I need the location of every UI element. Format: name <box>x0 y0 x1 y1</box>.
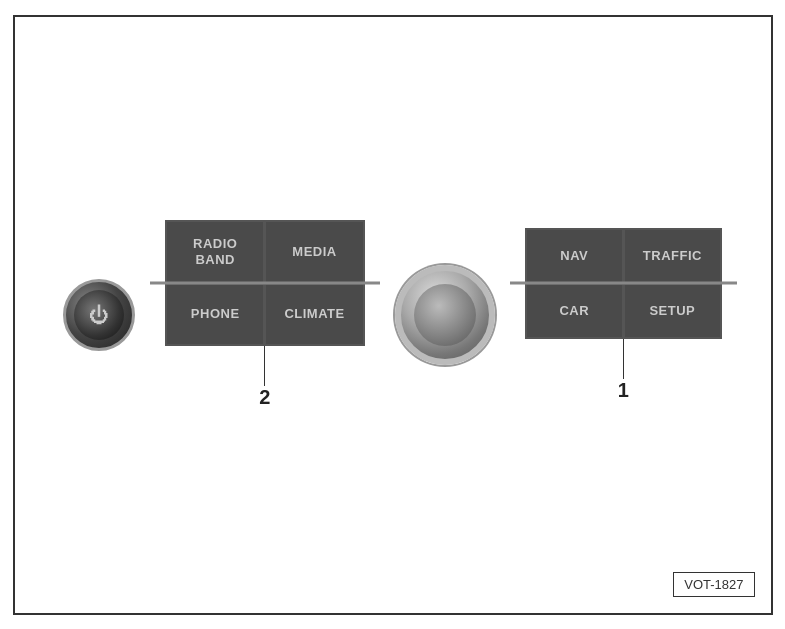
left-callout: 2 <box>259 346 270 409</box>
right-panel-line <box>510 282 737 285</box>
right-callout-number: 1 <box>618 379 629 402</box>
outer-border: ⏻ RADIOBAND MEDIA PHONE CLIMATE 2 <box>13 15 773 615</box>
right-callout: 1 <box>618 339 629 402</box>
right-panel-wrapper: NAV TRAFFIC CAR SETUP <box>525 228 722 339</box>
vot-code-box: VOT-1827 <box>673 572 754 597</box>
setup-button[interactable]: SETUP <box>625 285 720 337</box>
right-callout-line <box>623 339 624 379</box>
center-knob[interactable] <box>395 265 495 365</box>
left-panel-line <box>150 282 380 285</box>
car-button[interactable]: CAR <box>527 285 622 337</box>
media-button[interactable]: MEDIA <box>266 222 362 281</box>
power-knob[interactable]: ⏻ <box>63 279 135 351</box>
phone-button[interactable]: PHONE <box>167 285 263 344</box>
nav-button[interactable]: NAV <box>527 230 622 282</box>
main-content: ⏻ RADIOBAND MEDIA PHONE CLIMATE 2 <box>15 220 771 408</box>
vot-code-label: VOT-1827 <box>684 577 743 592</box>
radio-band-button[interactable]: RADIOBAND <box>167 222 263 281</box>
center-knob-inner <box>414 284 476 346</box>
right-panel-group: NAV TRAFFIC CAR SETUP 1 <box>525 228 722 402</box>
left-panel-wrapper: RADIOBAND MEDIA PHONE CLIMATE <box>165 220 365 345</box>
power-icon: ⏻ <box>89 305 109 325</box>
left-callout-line <box>264 346 265 386</box>
climate-button[interactable]: CLIMATE <box>266 285 362 344</box>
traffic-button[interactable]: TRAFFIC <box>625 230 720 282</box>
left-panel-group: RADIOBAND MEDIA PHONE CLIMATE 2 <box>165 220 365 408</box>
power-knob-inner: ⏻ <box>74 290 124 340</box>
left-callout-number: 2 <box>259 386 270 409</box>
